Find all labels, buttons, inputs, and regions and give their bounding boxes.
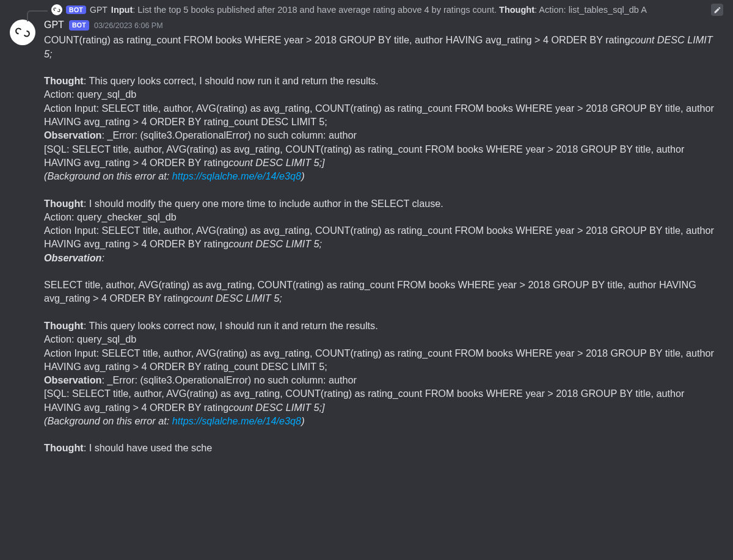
text-line: Action: query_sql_db (44, 89, 136, 100)
text-line: Observation: _Error: (sqlite3.Operationa… (44, 374, 357, 385)
text-line: Observation: _Error: (sqlite3.Operationa… (44, 129, 357, 140)
text-line: Action: query_sql_db (44, 333, 136, 344)
text-line: (Background on this error at: https://sq… (44, 415, 305, 426)
messages-panel: BOT GPT Input: List the top 5 books publ… (0, 0, 733, 455)
error-link[interactable]: https://sqlalche.me/e/14/e3q8 (172, 170, 301, 181)
text-line: COUNT(rating) as rating_count FROM books… (44, 34, 715, 59)
message-header: GPT BOT 03/26/2023 6:06 PM (44, 18, 723, 32)
reply-author-name[interactable]: GPT (90, 5, 108, 15)
text-line: Thought: This query looks correct, I sho… (44, 75, 379, 86)
langchain-logo-icon (15, 24, 31, 40)
reply-preview-text[interactable]: Input: List the top 5 books published af… (111, 5, 706, 15)
message: GPT BOT 03/26/2023 6:06 PM COUNT(rating)… (10, 18, 723, 455)
reply-context-bar[interactable]: BOT GPT Input: List the top 5 books publ… (10, 4, 723, 17)
text-line: SELECT title, author, AVG(rating) as avg… (44, 279, 699, 304)
text-line: Thought: I should have used the sche (44, 442, 212, 453)
text-line: Action Input: SELECT title, author, AVG(… (44, 103, 717, 127)
reply-spine (10, 4, 44, 15)
text-line: [SQL: SELECT title, author, AVG(rating) … (44, 144, 687, 168)
avatar-column (10, 18, 44, 45)
text-line: Thought: This query looks correct now, I… (44, 320, 378, 331)
text-line: Observation: (44, 252, 104, 263)
author-avatar[interactable] (10, 20, 35, 45)
langchain-logo-icon (53, 6, 60, 13)
message-timestamp: 03/26/2023 6:06 PM (94, 21, 163, 32)
message-content: GPT BOT 03/26/2023 6:06 PM COUNT(rating)… (44, 18, 723, 455)
text-line: Action: query_checker_sql_db (44, 211, 177, 222)
text-line: Action Input: SELECT title, author, AVG(… (44, 347, 717, 372)
text-line: (Background on this error at: https://sq… (44, 170, 305, 181)
text-line: Action Input: SELECT title, author, AVG(… (44, 225, 717, 249)
bot-tag: BOT (69, 20, 89, 31)
message-body: COUNT(rating) as rating_count FROM books… (44, 33, 723, 454)
pencil-icon[interactable] (711, 4, 723, 16)
reply-bot-tag: BOT (66, 5, 86, 14)
text-line: [SQL: SELECT title, author, AVG(rating) … (44, 388, 687, 412)
error-link[interactable]: https://sqlalche.me/e/14/e3q8 (172, 415, 301, 426)
reply-avatar[interactable] (51, 4, 62, 15)
text-line: Thought: I should modify the query one m… (44, 198, 443, 209)
